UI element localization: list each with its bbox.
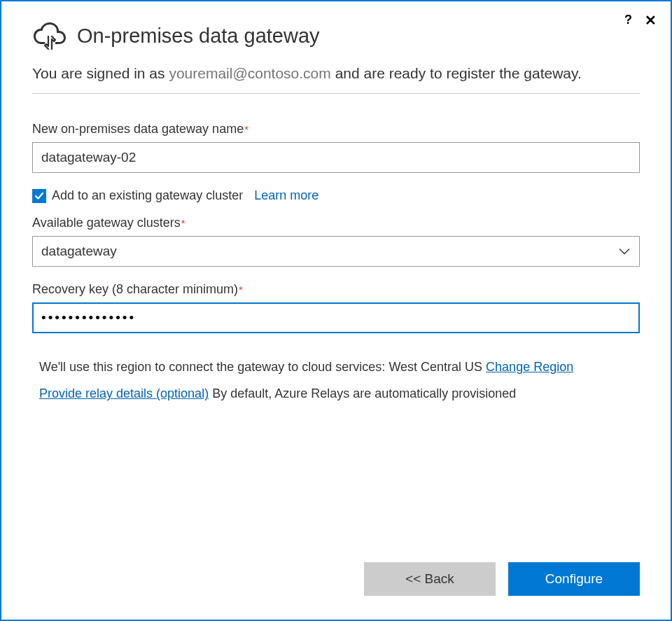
relay-info: Provide relay details (optional) By defa… bbox=[39, 381, 633, 407]
check-icon bbox=[34, 191, 44, 201]
required-asterisk: * bbox=[244, 123, 248, 135]
help-icon[interactable]: ? bbox=[624, 13, 632, 27]
page-title: On-premises data gateway bbox=[77, 25, 320, 48]
region-value: West Central US bbox=[388, 360, 486, 374]
signin-suffix: and are ready to register the gateway. bbox=[331, 65, 582, 81]
signin-status: You are signed in as youremail@contoso.c… bbox=[32, 63, 640, 94]
relay-details-link[interactable]: Provide relay details (optional) bbox=[39, 386, 209, 400]
gateway-dialog: ? ✕ On-premises data gateway You are sig… bbox=[0, 0, 672, 621]
close-icon[interactable]: ✕ bbox=[645, 13, 657, 27]
configure-button[interactable]: Configure bbox=[508, 562, 640, 596]
gateway-name-input[interactable] bbox=[32, 142, 640, 173]
recovery-key-label: Recovery key (8 character minimum)* bbox=[32, 282, 640, 297]
change-region-link[interactable]: Change Region bbox=[486, 360, 573, 374]
clusters-select[interactable]: datagateway bbox=[32, 236, 640, 267]
add-cluster-row: Add to an existing gateway cluster Learn… bbox=[32, 188, 640, 203]
title-bar-controls: ? ✕ bbox=[624, 13, 657, 27]
signin-prefix: You are signed in as bbox=[32, 65, 169, 81]
recovery-key-input[interactable] bbox=[32, 302, 640, 333]
required-asterisk: * bbox=[181, 217, 186, 229]
region-info: We'll use this region to connect the gat… bbox=[39, 354, 633, 381]
clusters-group: Available gateway clusters* datagateway bbox=[32, 216, 640, 267]
add-cluster-label: Add to an existing gateway cluster bbox=[52, 188, 243, 203]
cloud-gateway-icon bbox=[32, 21, 67, 50]
signin-email: youremail@contoso.com bbox=[169, 65, 330, 81]
required-asterisk: * bbox=[239, 284, 243, 295]
info-block: We'll use this region to connect the gat… bbox=[32, 349, 640, 407]
dialog-footer: << Back Configure bbox=[1, 562, 671, 620]
dialog-content: On-premises data gateway You are signed … bbox=[1, 1, 671, 562]
clusters-label: Available gateway clusters* bbox=[32, 216, 640, 230]
add-cluster-checkbox[interactable] bbox=[32, 189, 46, 203]
gateway-name-label: New on-premises data gateway name* bbox=[32, 122, 640, 137]
clusters-selected-value: datagateway bbox=[41, 244, 117, 259]
gateway-name-group: New on-premises data gateway name* bbox=[32, 122, 640, 173]
recovery-key-group: Recovery key (8 character minimum)* bbox=[32, 282, 640, 333]
learn-more-link[interactable]: Learn more bbox=[254, 188, 318, 203]
back-button[interactable]: << Back bbox=[364, 562, 496, 596]
dialog-header: On-premises data gateway bbox=[32, 21, 640, 50]
